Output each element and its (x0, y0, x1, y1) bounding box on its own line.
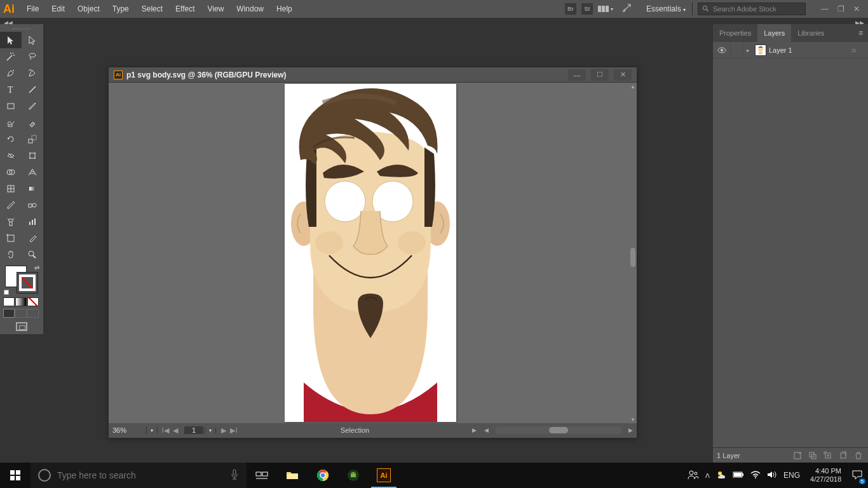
app-restore[interactable]: ❐ (837, 4, 844, 13)
free-transform-tool[interactable] (22, 147, 43, 164)
notifications-icon[interactable]: 5 (851, 470, 863, 482)
visibility-toggle-icon[interactable] (713, 42, 731, 58)
menu-edit[interactable]: Edit (49, 4, 67, 13)
android-studio[interactable] (338, 463, 369, 488)
horizontal-scrollbar[interactable] (495, 426, 622, 434)
delete-layer-icon[interactable] (853, 451, 864, 461)
hand-tool[interactable] (0, 247, 22, 263)
menu-window[interactable]: Window (234, 4, 266, 13)
expand-layer-icon[interactable]: ▸ (743, 47, 752, 53)
rectangle-tool[interactable] (0, 98, 22, 114)
line-tool[interactable] (22, 81, 43, 98)
draw-inside[interactable] (27, 309, 39, 318)
stroke-color[interactable] (17, 272, 38, 294)
menu-effect[interactable]: Effect (173, 4, 197, 13)
document-titlebar[interactable]: Ai p1 svg body.svg @ 36% (RGB/GPU Previe… (109, 67, 637, 83)
artboard[interactable] (285, 84, 456, 422)
zoom-tool[interactable] (22, 247, 43, 263)
draw-behind[interactable] (15, 309, 27, 318)
weather-icon[interactable] (716, 470, 726, 482)
tab-properties[interactable]: Properties (713, 24, 757, 42)
magic-wand-tool[interactable] (0, 48, 22, 65)
zoom-level[interactable]: 36% (109, 426, 147, 434)
artboard-tool[interactable] (0, 230, 22, 247)
status-left[interactable]: ▶ (468, 427, 480, 433)
eraser-tool[interactable] (22, 114, 43, 131)
draw-normal[interactable] (3, 309, 15, 318)
menu-object[interactable]: Object (75, 4, 102, 13)
canvas-area[interactable]: ▲ ▼ (109, 83, 637, 423)
wifi-icon[interactable] (750, 471, 761, 480)
rotate-tool[interactable] (0, 131, 22, 147)
first-artboard[interactable]: I◀ (160, 426, 170, 435)
lock-column[interactable] (731, 42, 743, 58)
app-minimize[interactable]: — (821, 4, 829, 13)
last-artboard[interactable]: ▶I (229, 426, 239, 435)
arrange-documents[interactable]: ▾ (598, 4, 613, 14)
doc-close[interactable]: ✕ (614, 69, 632, 81)
language-indicator[interactable]: ENG (783, 471, 800, 480)
task-view[interactable] (247, 463, 277, 488)
default-fill-stroke-icon[interactable] (4, 290, 9, 295)
next-artboard[interactable]: ▶ (219, 426, 229, 435)
search-input[interactable] (57, 470, 230, 480)
make-clipping-mask-icon[interactable] (807, 451, 818, 461)
sync-icon[interactable] (618, 3, 635, 15)
scroll-thumb[interactable] (630, 248, 635, 267)
file-explorer[interactable] (277, 463, 308, 488)
volume-icon[interactable] (767, 470, 777, 481)
battery-icon[interactable] (733, 471, 744, 480)
shaper-tool[interactable] (0, 114, 22, 131)
layer-name[interactable]: Layer 1 (769, 46, 851, 54)
swap-fill-stroke-icon[interactable]: ⇄ (34, 264, 39, 271)
mic-icon[interactable] (230, 469, 239, 482)
column-graph-tool[interactable] (22, 214, 43, 230)
screen-mode[interactable] (0, 319, 43, 334)
pen-tool[interactable] (0, 65, 22, 81)
bridge-icon[interactable]: Br (565, 3, 576, 15)
chrome[interactable] (308, 463, 338, 488)
shape-builder-tool[interactable] (0, 164, 22, 180)
doc-minimize[interactable]: — (568, 69, 586, 81)
menu-view[interactable]: View (205, 4, 227, 13)
lasso-tool[interactable] (22, 48, 43, 65)
color-mode[interactable] (3, 297, 15, 306)
scroll-up-icon[interactable]: ▲ (629, 83, 637, 90)
stock-icon[interactable]: St (581, 3, 593, 15)
selection-tool[interactable] (0, 32, 22, 48)
menu-file[interactable]: File (24, 4, 41, 13)
vertical-scrollbar[interactable]: ▲ ▼ (629, 83, 637, 423)
start-button[interactable] (0, 463, 31, 488)
taskbar-search[interactable] (31, 463, 247, 488)
slice-tool[interactable] (22, 230, 43, 247)
menu-help[interactable]: Help (274, 4, 295, 13)
zoom-dropdown[interactable]: ▾ (147, 428, 158, 433)
curvature-tool[interactable] (22, 65, 43, 81)
menu-type[interactable]: Type (110, 4, 132, 13)
clock[interactable]: 4:40 PM 4/27/2018 (806, 467, 845, 484)
app-close[interactable]: ✕ (853, 4, 860, 13)
prev-artboard[interactable]: ◀ (170, 426, 180, 435)
perspective-grid-tool[interactable] (22, 164, 43, 180)
none-mode[interactable] (27, 297, 39, 306)
create-layer-icon[interactable] (837, 451, 849, 461)
mesh-tool[interactable] (0, 180, 22, 197)
scroll-right-icon[interactable]: ▶ (625, 427, 637, 433)
illustrator-taskbar[interactable]: Ai (369, 463, 399, 488)
panel-menu-icon[interactable]: ≡ (853, 24, 868, 42)
create-sublayer-icon[interactable] (822, 451, 834, 461)
scale-tool[interactable] (22, 131, 43, 147)
status-right[interactable]: ◀ (480, 427, 492, 433)
tab-libraries[interactable]: Libraries (791, 24, 831, 42)
people-icon[interactable] (688, 470, 699, 482)
tray-expand-icon[interactable]: ᐱ (705, 472, 710, 479)
symbol-sprayer-tool[interactable] (0, 214, 22, 230)
tab-layers[interactable]: Layers (757, 24, 791, 42)
artboard-dropdown[interactable]: ▾ (205, 428, 216, 433)
paintbrush-tool[interactable] (22, 98, 43, 114)
blend-tool[interactable] (22, 197, 43, 214)
direct-selection-tool[interactable] (22, 32, 43, 48)
search-stock[interactable]: Search Adobe Stock (698, 3, 806, 15)
layer-row[interactable]: ▸ Layer 1 ○ (713, 42, 868, 58)
workspace-switcher[interactable]: Essentials ▾ (640, 3, 693, 15)
